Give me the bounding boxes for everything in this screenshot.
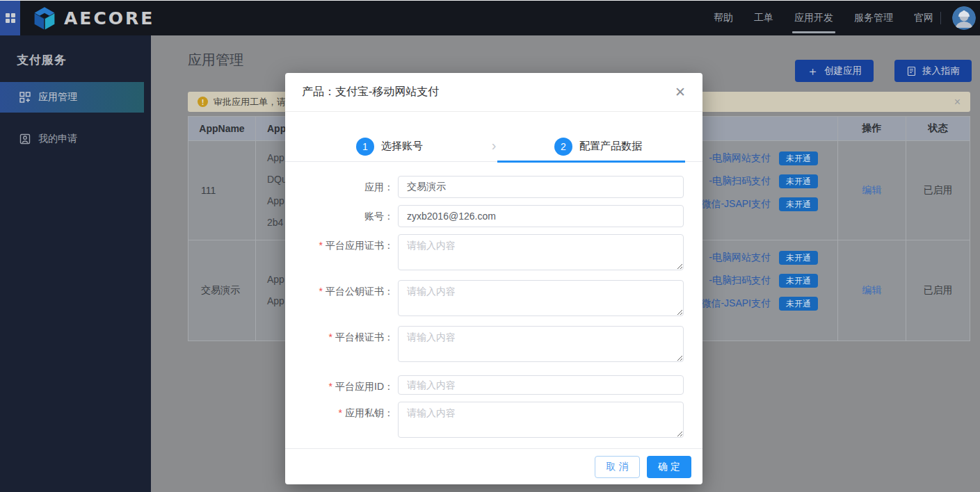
field-label: *平台应用ID：	[285, 375, 394, 395]
step-select-account[interactable]: 1 选择账号	[285, 131, 494, 161]
edit-link[interactable]: 编辑	[862, 184, 882, 197]
nav-item-app-dev[interactable]: 应用开发	[794, 1, 833, 36]
product-config-dialog: 产品：支付宝-移动网站支付 ✕ 1 选择账号 › 2 配置产品数据 应用： 账号…	[285, 73, 702, 484]
chevron-right-icon: ›	[492, 137, 497, 153]
app-input[interactable]	[398, 176, 684, 198]
page-actions: ＋ 创建应用 接入指南	[795, 60, 972, 82]
access-guide-button[interactable]: 接入指南	[894, 60, 972, 82]
platform-app-cert-textarea[interactable]	[398, 234, 684, 270]
product-line: 微信-JSAPI支付 未开通	[701, 295, 818, 313]
col-header-status: 状态	[906, 117, 970, 140]
form-row-platform-app-id: *平台应用ID：	[285, 375, 702, 395]
cell-action: 编辑	[838, 141, 906, 240]
top-navbar: AECORE 帮助 工单 应用开发 服务管理 官网	[0, 0, 980, 35]
edit-link[interactable]: 编辑	[862, 284, 882, 297]
product-line: -电脑扫码支付 未开通	[709, 272, 818, 290]
field-label: *平台应用证书：	[285, 234, 394, 273]
form-row-platform-public-key-cert: *平台公钥证书：	[285, 280, 702, 319]
product-line: -电脑网站支付 未开通	[709, 249, 818, 267]
sidebar-item-label: 我的申请	[38, 133, 77, 145]
app-grid-button[interactable]	[0, 1, 20, 35]
status-badge: 未开通	[779, 297, 818, 311]
logo-text: AECORE	[64, 8, 154, 28]
form-row-account: 账号：	[285, 205, 702, 227]
cell-appname: 交易演示	[188, 240, 256, 341]
cell-appname: 111	[188, 141, 256, 240]
step-number-badge: 1	[356, 138, 374, 156]
col-header-action: 操作	[838, 117, 906, 140]
field-label: 应用：	[285, 176, 394, 198]
field-label: *平台根证书：	[285, 326, 394, 365]
aecore-cube-icon	[32, 6, 57, 31]
product-line: -电脑扫码支付 未开通	[709, 172, 818, 190]
dialog-footer: 取 消 确 定	[285, 448, 702, 484]
product-line: 微信-JSAPI支付 未开通	[701, 195, 818, 213]
status-badge: 未开通	[779, 151, 818, 165]
my-applications-icon	[19, 133, 31, 145]
sidebar-item-my-applications[interactable]: 我的申请	[0, 124, 144, 154]
status-badge: 未开通	[779, 174, 818, 188]
active-step-indicator	[497, 161, 685, 163]
form-row-platform-root-cert: *平台根证书：	[285, 326, 702, 365]
platform-public-key-cert-textarea[interactable]	[398, 280, 684, 316]
step-configure-product[interactable]: 2 配置产品数据	[494, 131, 702, 161]
field-label: *应用私钥：	[285, 402, 394, 441]
plus-icon: ＋	[807, 65, 819, 77]
guide-book-icon	[906, 66, 917, 76]
sidebar: 支付服务 应用管理 我的申请	[0, 35, 151, 492]
sidebar-item-label: 应用管理	[38, 91, 77, 104]
nav-item-service-mgmt[interactable]: 服务管理	[854, 1, 893, 36]
sidebar-title: 支付服务	[0, 35, 151, 82]
platform-app-id-input[interactable]	[398, 375, 684, 395]
dialog-title: 产品：支付宝-移动网站支付	[302, 85, 439, 99]
app-private-key-textarea[interactable]	[398, 402, 684, 438]
account-input[interactable]	[398, 205, 684, 227]
app-management-icon	[19, 92, 31, 103]
dialog-header: 产品：支付宝-移动网站支付 ✕	[285, 73, 702, 112]
form-row-app-private-key: *应用私钥：	[285, 402, 702, 441]
cell-action: 编辑	[838, 240, 906, 341]
nav-item-help[interactable]: 帮助	[714, 1, 733, 36]
steps-bar: 1 选择账号 › 2 配置产品数据	[285, 131, 702, 162]
col-header-appname: AppName	[188, 117, 256, 140]
grid-icon	[5, 13, 16, 24]
cell-status: 已启用	[906, 141, 970, 240]
page-title: 应用管理	[188, 51, 243, 69]
dialog-close-icon[interactable]: ✕	[675, 85, 686, 99]
logo[interactable]: AECORE	[32, 6, 154, 31]
required-mark: *	[319, 286, 323, 297]
nav-item-tickets[interactable]: 工单	[754, 1, 773, 36]
nav-divider	[940, 12, 941, 24]
status-badge: 未开通	[779, 274, 818, 288]
platform-root-cert-textarea[interactable]	[398, 326, 684, 362]
alert-text: 审批应用工单，请	[214, 96, 286, 108]
sidebar-item-app-management[interactable]: 应用管理	[0, 82, 144, 113]
form-row-app: 应用：	[285, 176, 702, 198]
cancel-button[interactable]: 取 消	[595, 456, 640, 478]
form-row-platform-app-cert: *平台应用证书：	[285, 234, 702, 273]
required-mark: *	[329, 331, 332, 343]
nav-item-official-site[interactable]: 官网	[914, 1, 933, 36]
confirm-button[interactable]: 确 定	[647, 456, 691, 478]
user-avatar[interactable]	[952, 6, 976, 30]
field-label: *平台公钥证书：	[285, 280, 394, 319]
step-number-badge: 2	[554, 138, 572, 156]
status-badge: 未开通	[779, 251, 818, 265]
warning-icon: !	[198, 97, 208, 107]
create-app-button[interactable]: ＋ 创建应用	[795, 60, 874, 82]
required-mark: *	[319, 240, 323, 251]
alert-close-icon[interactable]: ×	[954, 97, 961, 108]
required-mark: *	[329, 381, 332, 392]
status-badge: 未开通	[779, 197, 818, 211]
product-form: 应用： 账号： *平台应用证书： *平台公钥证书： *平台根证书： *平台应用I…	[285, 176, 702, 441]
required-mark: *	[339, 407, 342, 418]
field-label: 账号：	[285, 205, 394, 227]
product-line: -电脑网站支付 未开通	[709, 149, 818, 167]
cell-status: 已启用	[906, 240, 970, 341]
nav-menu: 帮助 工单 应用开发 服务管理 官网	[714, 1, 933, 36]
